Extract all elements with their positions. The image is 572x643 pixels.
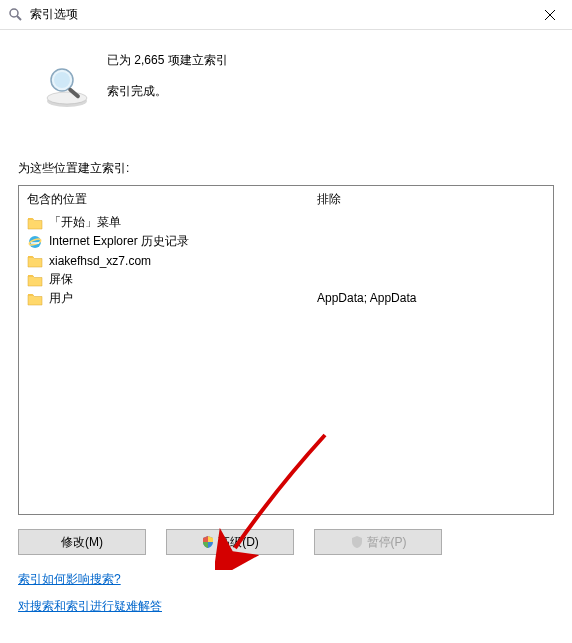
- shield-icon: [350, 535, 364, 549]
- svg-point-7: [54, 72, 70, 88]
- list-item[interactable]: xiakefhsd_xz7.com: [19, 251, 309, 270]
- list-item[interactable]: 用户: [19, 289, 309, 308]
- folder-icon: [27, 216, 43, 230]
- app-icon: [8, 7, 24, 23]
- window-title: 索引选项: [30, 6, 78, 23]
- titlebar: 索引选项: [0, 0, 572, 30]
- svg-point-0: [10, 9, 18, 17]
- folder-icon: [27, 292, 43, 306]
- folder-icon: [27, 273, 43, 287]
- advanced-button[interactable]: 高级(D): [166, 529, 294, 555]
- locations-listbox: 包含的位置 「开始」菜单 Internet Explorer 历史记录 xiak…: [18, 185, 554, 515]
- excluded-column-header: 排除: [309, 186, 553, 213]
- ie-icon: [27, 234, 43, 250]
- magnifier-icon: [43, 62, 91, 110]
- help-link-troubleshoot[interactable]: 对搜索和索引进行疑难解答: [18, 598, 554, 615]
- button-label: 暂停(P): [367, 534, 407, 551]
- location-name: 用户: [49, 290, 73, 307]
- list-item[interactable]: 屏保: [19, 270, 309, 289]
- shield-icon: [201, 535, 215, 549]
- exclude-value: AppData; AppData: [309, 289, 553, 307]
- modify-button[interactable]: 修改(M): [18, 529, 146, 555]
- index-status-text: 索引完成。: [107, 83, 228, 100]
- svg-line-1: [17, 16, 21, 20]
- location-name: xiakefhsd_xz7.com: [49, 254, 151, 268]
- button-label: 高级(D): [218, 534, 259, 551]
- help-link-search[interactable]: 索引如何影响搜索?: [18, 571, 554, 588]
- included-column-header: 包含的位置: [19, 186, 309, 213]
- pause-button[interactable]: 暂停(P): [314, 529, 442, 555]
- list-item[interactable]: Internet Explorer 历史记录: [19, 232, 309, 251]
- close-button[interactable]: [527, 0, 572, 30]
- list-item[interactable]: 「开始」菜单: [19, 213, 309, 232]
- locations-label: 为这些位置建立索引:: [18, 160, 554, 177]
- location-name: 屏保: [49, 271, 73, 288]
- svg-point-5: [47, 92, 87, 104]
- index-count-text: 已为 2,665 项建立索引: [107, 52, 228, 69]
- status-area: 已为 2,665 项建立索引 索引完成。: [18, 52, 554, 110]
- location-name: 「开始」菜单: [49, 214, 121, 231]
- button-label: 修改(M): [61, 534, 103, 551]
- folder-icon: [27, 254, 43, 268]
- location-name: Internet Explorer 历史记录: [49, 233, 189, 250]
